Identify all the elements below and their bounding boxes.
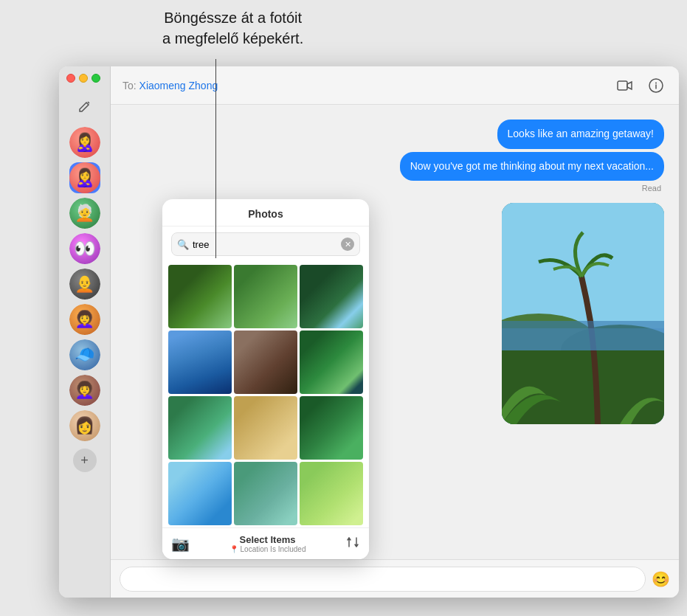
sidebar: 🙎‍♀️ 🙎‍♀️ 🧑‍🦳 👀 🧑‍🦲 👩‍🦱 🧢 👩‍🦱 👩 + bbox=[59, 66, 111, 598]
contact-avatar-6[interactable]: 👩‍🦱 bbox=[69, 304, 100, 335]
sort-button[interactable] bbox=[345, 535, 360, 553]
photos-popup-title: Photos bbox=[162, 199, 369, 226]
main-content: To: Xiaomeng Zhong bbox=[111, 66, 679, 598]
photo-thumb[interactable] bbox=[234, 462, 297, 525]
photos-footer: 📷 Select Items 📍 Location Is Included bbox=[162, 527, 369, 559]
maximize-button[interactable] bbox=[92, 74, 100, 83]
compose-button[interactable] bbox=[72, 93, 98, 120]
search-icon: 🔍 bbox=[177, 239, 189, 250]
svg-point-3 bbox=[655, 82, 657, 83]
photo-thumb[interactable] bbox=[234, 396, 297, 460]
footer-info: Select Items 📍 Location Is Included bbox=[229, 534, 306, 553]
photo-message bbox=[502, 203, 664, 424]
emoji-button[interactable]: 😊 bbox=[652, 570, 670, 588]
contact-avatar-7[interactable]: 🧢 bbox=[69, 339, 100, 370]
input-area: 😊 bbox=[111, 559, 679, 598]
photo-thumb[interactable] bbox=[300, 331, 363, 394]
top-bar-actions bbox=[614, 75, 667, 97]
photo-thumb[interactable] bbox=[300, 462, 363, 525]
contact-avatar-9[interactable]: 👩 bbox=[69, 410, 100, 441]
message-bubble-2: Now you've got me thinking about my next… bbox=[400, 152, 664, 181]
footer-library-icon[interactable]: 📷 bbox=[171, 535, 190, 553]
contact-avatar-2[interactable]: 🙎‍♀️ bbox=[69, 162, 100, 193]
photo-thumb[interactable] bbox=[168, 265, 232, 328]
library-icon: 📷 bbox=[171, 535, 190, 553]
clear-search-button[interactable]: ✕ bbox=[341, 238, 354, 251]
main-window: 🙎‍♀️ 🙎‍♀️ 🧑‍🦳 👀 🧑‍🦲 👩‍🦱 🧢 👩‍🦱 👩 + bbox=[59, 66, 679, 598]
add-contact-button[interactable]: + bbox=[73, 449, 97, 472]
photo-thumb[interactable] bbox=[168, 396, 232, 460]
photo-thumb[interactable] bbox=[300, 265, 363, 328]
info-button[interactable] bbox=[645, 75, 667, 97]
photos-search-bar: 🔍 ✕ bbox=[162, 226, 369, 262]
tooltip-line1: Böngéssze át a fotóit bbox=[162, 7, 303, 28]
photo-thumb[interactable] bbox=[234, 331, 297, 394]
footer-subtitle-text: Location Is Included bbox=[241, 545, 306, 553]
close-button[interactable] bbox=[66, 74, 75, 83]
top-bar: To: Xiaomeng Zhong bbox=[111, 66, 679, 105]
message-bubble-1: Looks like an amazing getaway! bbox=[497, 120, 664, 149]
photo-thumb[interactable] bbox=[168, 462, 232, 525]
contact-avatar-8[interactable]: 👩‍🦱 bbox=[69, 375, 100, 406]
recipient-field: To: Xiaomeng Zhong bbox=[122, 80, 218, 91]
to-label: To: bbox=[122, 80, 137, 91]
footer-subtitle: 📍 Location Is Included bbox=[229, 545, 306, 553]
photo-thumb[interactable] bbox=[234, 265, 297, 328]
recipient-name[interactable]: Xiaomeng Zhong bbox=[139, 80, 218, 91]
footer-title: Select Items bbox=[229, 534, 306, 545]
photo-thumb[interactable] bbox=[168, 331, 232, 394]
video-call-button[interactable] bbox=[614, 75, 636, 97]
photos-grid bbox=[162, 262, 369, 527]
contact-avatar-1[interactable]: 🙎‍♀️ bbox=[69, 127, 100, 158]
svg-rect-0 bbox=[618, 81, 627, 90]
photos-search-input[interactable] bbox=[171, 232, 360, 256]
photo-thumb[interactable] bbox=[300, 396, 363, 460]
message-input[interactable] bbox=[120, 567, 646, 592]
contact-avatar-5[interactable]: 🧑‍🦲 bbox=[69, 269, 100, 300]
tooltip-line2: a megfelelő képekért. bbox=[162, 28, 303, 49]
minimize-button[interactable] bbox=[79, 74, 88, 83]
svg-rect-10 bbox=[502, 328, 664, 350]
contact-avatar-4[interactable]: 👀 bbox=[69, 233, 100, 264]
location-icon: 📍 bbox=[229, 545, 238, 553]
read-receipt: Read bbox=[642, 184, 661, 193]
sent-photo bbox=[502, 203, 664, 424]
photos-popup: Photos 🔍 ✕ bbox=[162, 199, 369, 559]
contact-avatar-3[interactable]: 🧑‍🦳 bbox=[69, 198, 100, 229]
traffic-lights bbox=[59, 74, 100, 83]
tooltip-text: Böngéssze át a fotóit a megfelelő képeké… bbox=[162, 7, 303, 49]
